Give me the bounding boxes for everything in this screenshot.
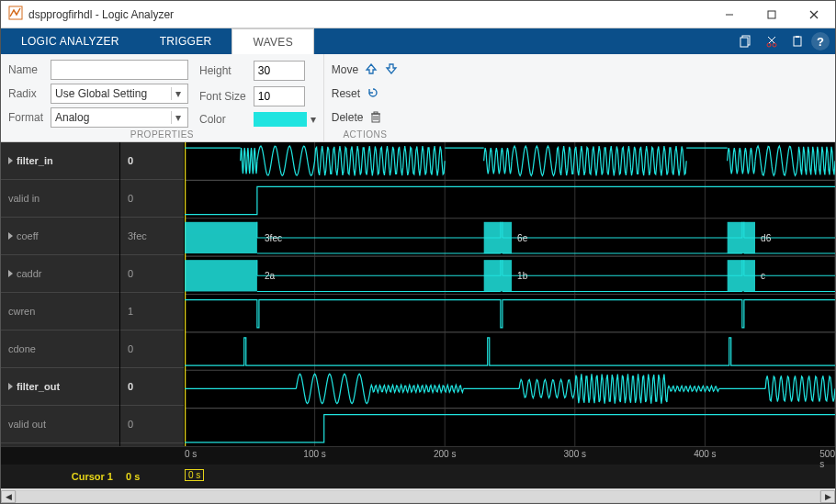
- close-button[interactable]: [793, 1, 835, 28]
- ruler-plot[interactable]: 0 s100 s200 s300 s400 s500 s: [185, 447, 835, 465]
- signal-label: cwren: [8, 306, 35, 317]
- svg-line-10: [769, 37, 775, 43]
- group-title-actions: ACTIONS: [332, 129, 399, 140]
- chevron-down-icon: ▾: [311, 113, 316, 126]
- svg-rect-37: [484, 260, 512, 291]
- tab-logic-analyzer[interactable]: LOGIC ANALYZER: [1, 28, 140, 54]
- cut-icon[interactable]: [760, 31, 784, 51]
- time-tick: 300 s: [564, 449, 586, 459]
- signal-name-cwren[interactable]: cwren: [1, 293, 119, 330]
- radix-select[interactable]: Use Global Setting ▾: [51, 84, 188, 104]
- color-picker[interactable]: ▾: [254, 112, 316, 127]
- coeff-label-2: d6: [761, 233, 772, 243]
- cursor-plot[interactable]: 0 s: [185, 465, 835, 488]
- expand-icon[interactable]: [8, 383, 13, 390]
- svg-rect-34: [484, 222, 512, 253]
- signal-value-filter_in: 0: [120, 142, 184, 180]
- tab-trigger[interactable]: TRIGGER: [140, 28, 232, 54]
- coeff-label-1: 6e: [517, 233, 528, 243]
- format-value: Analog: [55, 111, 89, 124]
- chevron-down-icon: ▾: [171, 111, 184, 124]
- expand-icon[interactable]: [8, 232, 13, 240]
- copy-icon[interactable]: [734, 31, 758, 51]
- caddr-label-0: 2a: [265, 271, 276, 281]
- height-label: Height: [199, 64, 248, 77]
- svg-rect-38: [728, 260, 755, 291]
- tab-waves[interactable]: WAVES: [232, 28, 314, 54]
- signal-value-valid-in: 0: [120, 180, 184, 218]
- wave-area: filter_invalid incoeffcaddrcwrencdonefil…: [1, 142, 835, 488]
- paste-icon[interactable]: [785, 31, 809, 51]
- signal-name-valid-in[interactable]: valid in: [1, 180, 119, 218]
- radix-value: Use Global Setting: [55, 87, 147, 100]
- signal-name-valid-out[interactable]: valid out: [1, 406, 119, 443]
- group-title-properties: PROPERTIES: [8, 129, 316, 140]
- signal-name-caddr[interactable]: caddr: [1, 255, 119, 293]
- horizontal-scrollbar[interactable]: ◀ ▶: [1, 488, 835, 503]
- signal-name-filter_in[interactable]: filter_in: [1, 142, 119, 180]
- svg-line-9: [768, 37, 774, 43]
- fontsize-label: Font Size: [199, 90, 248, 103]
- format-label: Format: [8, 111, 45, 124]
- chevron-down-icon: ▾: [171, 87, 184, 100]
- height-input[interactable]: [254, 61, 305, 81]
- signal-label: filter_in: [17, 155, 53, 166]
- cursor-row: Cursor 1 0 s 0 s: [1, 465, 835, 488]
- format-select[interactable]: Analog ▾: [51, 107, 188, 128]
- scroll-track[interactable]: [16, 490, 820, 503]
- time-tick: 200 s: [434, 449, 456, 459]
- scroll-left-button[interactable]: ◀: [1, 490, 16, 503]
- svg-rect-18: [374, 112, 378, 114]
- svg-point-8: [773, 43, 776, 47]
- maximize-button[interactable]: [751, 1, 793, 28]
- app-window: dspprogfirhdl - Logic Analyzer LOGIC ANA…: [0, 0, 836, 504]
- delete-button[interactable]: [368, 109, 383, 127]
- reset-button[interactable]: [366, 85, 380, 103]
- name-input[interactable]: [51, 60, 188, 80]
- move-up-button[interactable]: [364, 62, 378, 79]
- scroll-thumb[interactable]: [17, 491, 819, 502]
- signal-name-column[interactable]: filter_invalid incoeffcaddrcwrencdonefil…: [1, 142, 120, 446]
- signal-label: valid in: [8, 193, 40, 204]
- wave-rows: filter_invalid incoeffcaddrcwrencdonefil…: [1, 142, 835, 446]
- signal-name-cdone[interactable]: cdone: [1, 330, 119, 368]
- name-label: Name: [8, 63, 45, 76]
- scroll-right-button[interactable]: ▶: [820, 490, 835, 503]
- toolstrip-tabbar: LOGIC ANALYZER TRIGGER WAVES ?: [1, 28, 835, 54]
- svg-rect-33: [185, 222, 257, 253]
- signal-value-column: 003fec01000: [120, 142, 185, 446]
- svg-rect-36: [185, 260, 257, 291]
- move-label: Move: [332, 63, 358, 76]
- time-ruler: 0 s100 s200 s300 s400 s500 s: [1, 446, 835, 465]
- help-icon[interactable]: ?: [811, 32, 830, 50]
- time-tick: 400 s: [694, 449, 716, 459]
- waveform-canvas[interactable]: 3fec 6e d6 2a 1b c: [185, 142, 835, 446]
- svg-rect-11: [794, 37, 801, 46]
- fontsize-input[interactable]: [254, 86, 305, 106]
- coeff-label-0: 3fec: [265, 233, 282, 243]
- signal-name-coeff[interactable]: coeff: [1, 218, 119, 255]
- delete-label: Delete: [332, 111, 364, 124]
- svg-rect-2: [768, 11, 775, 18]
- signal-value-cdone: 0: [120, 330, 184, 368]
- cursor-name[interactable]: Cursor 1: [1, 465, 120, 488]
- expand-icon[interactable]: [8, 157, 13, 164]
- signal-label: caddr: [17, 268, 42, 279]
- signal-value-filter_out: 0: [120, 368, 184, 406]
- signal-label: cdone: [8, 343, 36, 354]
- signal-value-cwren: 1: [120, 293, 184, 330]
- svg-point-7: [767, 43, 771, 47]
- cursor-column-value: 0 s: [120, 465, 185, 488]
- expand-icon[interactable]: [8, 270, 13, 277]
- svg-rect-12: [796, 36, 799, 38]
- signal-name-filter_out[interactable]: filter_out: [1, 368, 119, 406]
- time-tick: 0 s: [185, 449, 197, 459]
- move-down-button[interactable]: [384, 62, 399, 79]
- reset-label: Reset: [332, 87, 360, 100]
- cursor-box[interactable]: 0 s: [185, 469, 204, 481]
- minimize-button[interactable]: [708, 1, 751, 28]
- time-tick: 100 s: [303, 449, 325, 459]
- caddr-label-1: 1b: [517, 271, 528, 281]
- svg-rect-6: [740, 38, 748, 47]
- signal-value-coeff: 3fec: [120, 218, 184, 255]
